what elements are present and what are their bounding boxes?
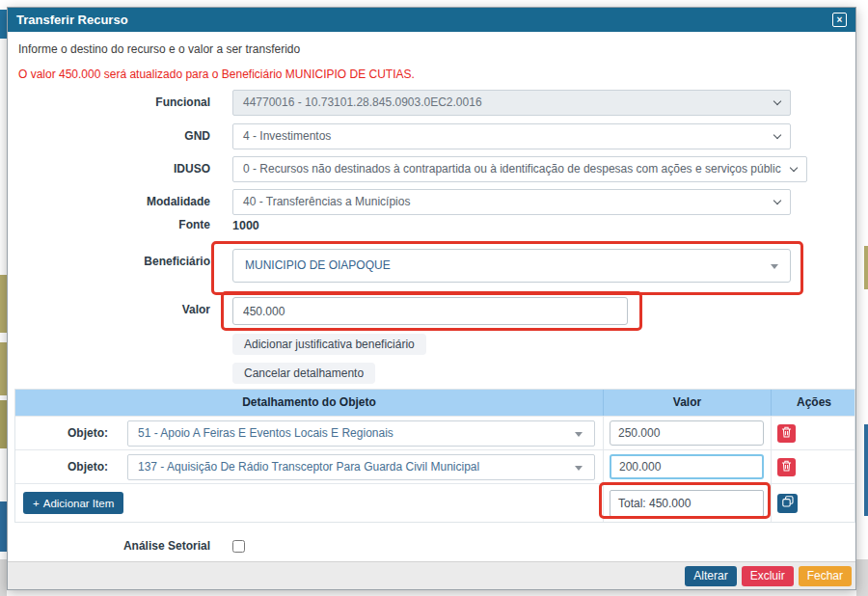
objeto-select-1[interactable]: 51 - Apoio A Feiras E Eventos Locais E R… (127, 420, 595, 447)
item-value-input-1[interactable] (610, 420, 764, 446)
copy-button[interactable] (777, 494, 798, 513)
plus-icon: + (33, 498, 40, 509)
gnd-label: GND (8, 123, 210, 143)
table-row: Objeto: 137 - Aquisição De Rádio Transce… (15, 449, 854, 483)
alterar-button[interactable]: Alterar (685, 566, 736, 586)
close-button[interactable]: × (832, 13, 847, 27)
analise-setorial-label: Análise Setorial (8, 539, 210, 553)
iduso-select[interactable]: 0 - Recursos não destinados à contrapart… (232, 156, 807, 182)
detail-table-header: Detalhamento do Objeto Valor Ações (15, 390, 854, 416)
add-item-button[interactable]: + Adicionar Item (23, 492, 123, 514)
form-row-modalidade: Modalidade 40 - Transferências a Municíp… (8, 189, 791, 215)
background-artifact (0, 10, 7, 39)
excluir-button[interactable]: Excluir (742, 566, 794, 586)
delete-item-button-1[interactable] (777, 424, 796, 443)
header-acoes: Ações (771, 390, 856, 416)
form-row-gnd: GND 4 - Investimentos (8, 123, 791, 149)
modalidade-label: Modalidade (8, 189, 210, 208)
background-artifact (0, 501, 7, 552)
total-value: Total: 450.000 (610, 490, 764, 517)
cancel-detail-button[interactable]: Cancelar detalhamento (232, 363, 375, 384)
trash-icon (781, 426, 792, 441)
iduso-label: IDUSO (8, 156, 210, 176)
warning-message: O valor 450.000 será atualizado para o B… (18, 68, 415, 81)
gnd-value: 4 - Investimentos (243, 129, 331, 143)
copy-icon (782, 496, 794, 510)
add-item-label: Adicionar Item (43, 498, 115, 509)
background-artifact (0, 275, 7, 333)
background-artifact (0, 342, 7, 395)
beneficiario-select[interactable]: MUNICIPIO DE OIAPOQUE (232, 249, 791, 283)
background-artifact (0, 400, 7, 448)
chevron-down-icon (773, 131, 781, 139)
trash-icon (781, 460, 792, 474)
transfer-resource-dialog: Transferir Recurso × Informe o destino d… (7, 7, 856, 590)
funcional-value: 44770016 - 10.73101.28.845.0903.0EC2.001… (243, 95, 482, 109)
valor-input[interactable] (232, 297, 628, 325)
header-valor: Valor (603, 390, 771, 416)
background-artifact (864, 246, 868, 289)
close-icon: × (837, 14, 843, 25)
table-footer-row: + Adicionar Item Total: 450.000 (15, 483, 854, 522)
dropdown-arrow-icon (771, 264, 778, 269)
modalidade-select[interactable]: 40 - Transferências a Municípios (232, 189, 791, 215)
beneficiario-value: MUNICIPIO DE OIAPOQUE (245, 258, 391, 272)
chevron-down-icon (773, 197, 781, 204)
form-row-valor: Valor (8, 297, 791, 325)
dialog-titlebar: Transferir Recurso × (8, 8, 855, 32)
background-artifact (864, 424, 868, 516)
dropdown-arrow-icon (575, 466, 583, 471)
form-row-funcional: Funcional 44770016 - 10.73101.28.845.090… (8, 90, 791, 116)
dialog-title: Transferir Recurso (16, 13, 128, 27)
funcional-label: Funcional (8, 90, 210, 109)
dialog-footer: Alterar Excluir Fechar (8, 561, 855, 589)
detail-table: Detalhamento do Objeto Valor Ações Objet… (14, 389, 855, 523)
form-row-fonte: Fonte 1000 (8, 218, 791, 232)
add-justification-button[interactable]: Adicionar justificativa beneficiário (232, 334, 426, 355)
gnd-select[interactable]: 4 - Investimentos (232, 123, 791, 149)
modalidade-value: 40 - Transferências a Municípios (243, 195, 410, 208)
objeto-label: Objeto: (15, 426, 108, 440)
analise-setorial-checkbox[interactable] (232, 540, 245, 553)
header-detalhamento: Detalhamento do Objeto (15, 390, 603, 416)
item-value-input-2[interactable] (610, 454, 764, 479)
chevron-down-icon (789, 164, 797, 172)
form-row-iduso: IDUSO 0 - Recursos não destinados à cont… (8, 156, 791, 182)
background-artifact (0, 559, 7, 596)
objeto-select-2[interactable]: 137 - Aquisição De Rádio Transceptor Par… (127, 454, 595, 480)
fonte-label: Fonte (8, 218, 210, 231)
objeto-value-1: 51 - Apoio A Feiras E Eventos Locais E R… (138, 426, 393, 440)
objeto-label: Objeto: (15, 460, 108, 474)
background-artifact (856, 559, 868, 596)
chevron-down-icon (773, 97, 781, 105)
delete-item-button-2[interactable] (777, 458, 796, 476)
form-row-beneficiario: Beneficiário MUNICIPIO DE OIAPOQUE (8, 249, 791, 283)
funcional-select[interactable]: 44770016 - 10.73101.28.845.0903.0EC2.001… (232, 90, 791, 116)
valor-label: Valor (8, 297, 210, 316)
objeto-value-2: 137 - Aquisição De Rádio Transceptor Par… (138, 460, 479, 474)
table-row: Objeto: 51 - Apoio A Feiras E Eventos Lo… (15, 416, 854, 449)
beneficiario-label: Beneficiário (8, 249, 210, 268)
dialog-subtitle: Informe o destino do recurso e o valor a… (18, 42, 300, 56)
dropdown-arrow-icon (575, 432, 583, 437)
form-row-analise-setorial: Análise Setorial (8, 539, 791, 556)
iduso-value: 0 - Recursos não destinados à contrapart… (243, 162, 781, 176)
fonte-value: 1000 (232, 218, 791, 232)
fechar-button[interactable]: Fechar (799, 566, 852, 586)
